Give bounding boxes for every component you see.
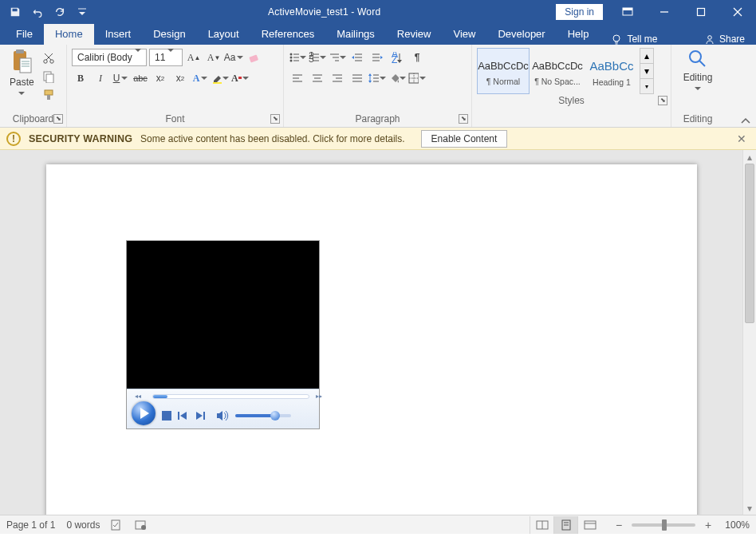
align-right-button[interactable] (329, 69, 346, 87)
rewind-icon[interactable]: ◂◂ (135, 393, 141, 400)
scroll-down-button[interactable]: ▾ (743, 501, 756, 515)
mute-button[interactable] (216, 410, 229, 421)
share-button[interactable]: Share (693, 34, 756, 45)
sign-in-button[interactable]: Sign in (556, 4, 603, 20)
font-name-combo[interactable]: Calibri (Body (72, 49, 147, 66)
tab-insert[interactable]: Insert (94, 24, 143, 45)
previous-button[interactable] (178, 411, 187, 421)
activemovie-control[interactable]: ◂◂ ▸▸ (126, 240, 320, 429)
play-button[interactable] (132, 401, 156, 425)
shading-button[interactable] (388, 69, 406, 87)
zoom-percent[interactable]: 100% (721, 519, 750, 531)
next-button[interactable] (195, 411, 205, 421)
tab-review[interactable]: Review (386, 24, 443, 45)
web-layout-button[interactable] (577, 516, 601, 534)
line-spacing-button[interactable] (368, 69, 386, 87)
spellcheck-button[interactable] (111, 519, 124, 531)
video-screen[interactable] (127, 241, 319, 389)
decrease-indent-button[interactable] (348, 49, 366, 66)
zoom-knob[interactable] (662, 519, 667, 531)
vertical-scrollbar[interactable]: ▴ ▾ (742, 150, 756, 515)
highlight-button[interactable] (211, 69, 229, 87)
page[interactable]: ◂◂ ▸▸ (46, 164, 697, 515)
borders-button[interactable] (408, 69, 426, 87)
text-effects-button[interactable]: A (191, 69, 209, 87)
page-indicator[interactable]: Page 1 of 1 (6, 519, 55, 531)
strikethrough-button[interactable]: abc (132, 69, 149, 87)
dialog-launcher[interactable]: ⬊ (459, 114, 468, 124)
tab-view[interactable]: View (442, 24, 486, 45)
qat-customize-button[interactable] (72, 2, 93, 22)
editing-button[interactable]: Editing (679, 47, 718, 110)
copy-button[interactable] (41, 69, 57, 85)
show-marks-button[interactable]: ¶ (408, 49, 426, 66)
tab-mailings[interactable]: Mailings (325, 24, 386, 45)
shrink-font-button[interactable]: A▼ (205, 49, 222, 66)
zoom-slider[interactable] (632, 523, 695, 527)
align-center-button[interactable] (309, 69, 326, 87)
italic-button[interactable]: I (92, 69, 109, 87)
tab-design[interactable]: Design (142, 24, 196, 45)
macro-recording-button[interactable] (135, 519, 148, 531)
grow-font-button[interactable]: A▲ (185, 49, 203, 66)
word-count[interactable]: 0 words (66, 519, 100, 531)
zoom-in-button[interactable]: + (702, 519, 715, 531)
style-heading-1[interactable]: AaBbCc Heading 1 (585, 48, 638, 94)
read-mode-button[interactable] (530, 516, 553, 534)
format-painter-button[interactable] (41, 87, 57, 103)
change-case-button[interactable]: Aa (225, 49, 242, 66)
redo-button[interactable] (49, 2, 70, 22)
print-layout-button[interactable] (553, 516, 577, 534)
ribbon-display-options-button[interactable] (609, 0, 646, 24)
underline-button[interactable]: U (112, 69, 129, 87)
styles-scroll-down[interactable]: ▾ (640, 64, 653, 79)
enable-content-button[interactable]: Enable Content (421, 130, 508, 148)
superscript-button[interactable]: x2 (171, 69, 189, 87)
scroll-thumb[interactable] (745, 164, 754, 323)
numbering-button[interactable]: 123 (309, 49, 326, 66)
align-left-button[interactable] (289, 69, 306, 87)
scroll-up-button[interactable]: ▴ (743, 150, 756, 164)
multilevel-list-button[interactable] (329, 49, 346, 66)
styles-scroll-up[interactable]: ▴ (640, 49, 653, 64)
sort-button[interactable]: AZ (388, 49, 406, 66)
dialog-launcher[interactable]: ⬊ (53, 114, 63, 124)
zoom-out-button[interactable]: − (612, 519, 625, 531)
clear-formatting-button[interactable] (245, 49, 262, 66)
dialog-launcher[interactable]: ⬊ (270, 114, 280, 124)
tab-home[interactable]: Home (44, 24, 94, 45)
subscript-button[interactable]: x2 (152, 69, 169, 87)
paste-button[interactable]: Paste (5, 47, 39, 110)
style-normal[interactable]: AaBbCcDc ¶ Normal (477, 48, 530, 94)
close-button[interactable] (719, 0, 756, 24)
tab-help[interactable]: Help (557, 24, 600, 45)
tell-me-search[interactable]: Tell me (600, 34, 668, 45)
bullets-button[interactable] (289, 49, 306, 66)
style-no-spacing[interactable]: AaBbCcDc ¶ No Spac... (531, 48, 584, 94)
fast-forward-icon[interactable]: ▸▸ (316, 393, 322, 400)
bold-button[interactable]: B (72, 69, 89, 87)
styles-scroll[interactable]: ▴ ▾ ▾ (640, 48, 654, 94)
dismiss-warning-button[interactable]: ✕ (734, 132, 750, 145)
font-color-button[interactable]: A (231, 69, 249, 87)
tab-file[interactable]: File (5, 24, 44, 45)
tab-references[interactable]: References (250, 24, 325, 45)
stop-button[interactable] (162, 411, 171, 421)
justify-button[interactable] (348, 69, 366, 87)
volume-knob[interactable] (270, 411, 280, 421)
volume-slider[interactable] (235, 414, 291, 417)
maximize-button[interactable] (683, 0, 719, 24)
scroll-track[interactable] (743, 164, 756, 501)
warning-message[interactable]: Some active content has been disabled. C… (140, 133, 405, 144)
font-size-combo[interactable]: 11 (149, 49, 183, 66)
minimize-button[interactable] (646, 0, 683, 24)
collapse-ribbon-button[interactable] (740, 116, 751, 124)
save-button[interactable] (5, 2, 26, 22)
dialog-launcher[interactable]: ⬊ (658, 96, 667, 105)
seek-bar[interactable] (152, 394, 309, 399)
tab-layout[interactable]: Layout (197, 24, 250, 45)
tab-developer[interactable]: Developer (486, 24, 556, 45)
undo-button[interactable] (27, 2, 48, 22)
cut-button[interactable] (41, 50, 57, 66)
styles-expand[interactable]: ▾ (640, 79, 653, 93)
